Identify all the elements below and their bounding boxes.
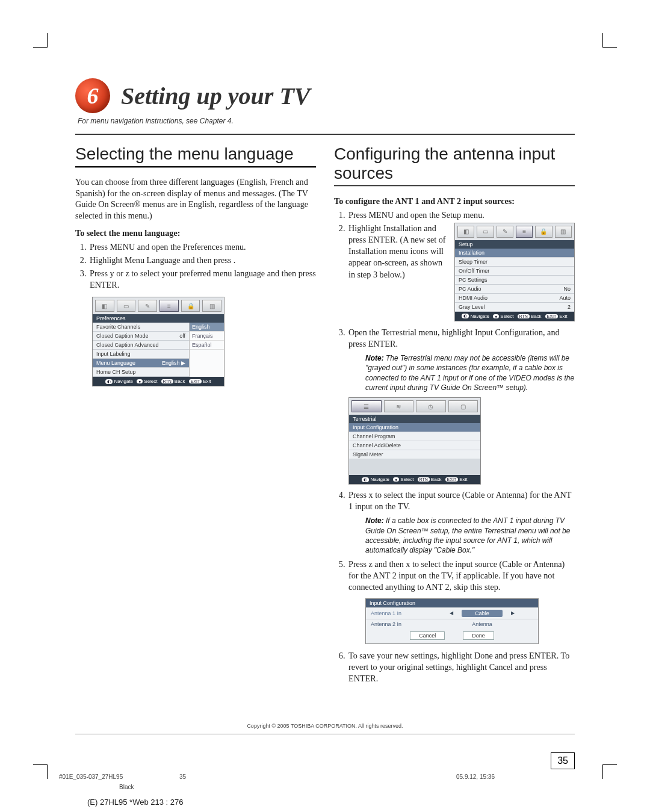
- osd-row-selected: Installation: [455, 249, 574, 258]
- tuning-icon: ≋: [384, 400, 414, 412]
- osd-preferences: ◧ ▭ ✎ ≡ 🔒 ▥ Preferences Favorite Channel…: [92, 297, 224, 386]
- osd-row: Closed Caption Modeoff: [93, 332, 189, 341]
- section-heading-left: Selecting the menu language: [75, 144, 316, 164]
- lock-icon: 🔒: [535, 226, 552, 238]
- osd-legend: ◐Navigate ●Select RTNBack EXITExit: [349, 475, 480, 484]
- osd-row: Favorite Channels: [93, 323, 189, 332]
- clock-icon: ◷: [416, 400, 446, 412]
- osd-row: Sleep Timer: [455, 258, 574, 267]
- osd-side-options: English Français Español: [189, 323, 224, 377]
- step: To save your new settings, highlight Don…: [347, 650, 575, 685]
- chapter-header: 6 Setting up your TV: [75, 78, 575, 113]
- step: Highlight Menu Language and then press .: [88, 255, 316, 266]
- prepress-footer: #01E_035-037_27HL95 35 05.9.12, 15:36: [59, 773, 589, 780]
- setup-icon: ≡: [159, 300, 179, 312]
- right-column: Configuring the antenna input sources To…: [334, 144, 575, 687]
- lock-icon: 🔒: [181, 300, 200, 312]
- osd-row: PC AudioNo: [455, 285, 574, 294]
- osd-title: Input Configuration: [366, 599, 538, 607]
- web-line: (E) 27HL95 *Web 213 : 276: [87, 798, 183, 807]
- prepress-file: #01E_035-037_27HL95: [59, 773, 179, 780]
- osd-setup: ◧ ▭ ✎ ≡ 🔒 ▥ Setup Installation Sleep Tim…: [454, 223, 575, 321]
- osd-row: PC Settings: [455, 276, 574, 285]
- osd-title: Preferences: [93, 314, 224, 323]
- osd-tab-icons: ◧ ▭ ✎ ≡ 🔒 ▥: [455, 223, 574, 240]
- note: Note: If a cable box is connected to the…: [365, 516, 575, 555]
- right-arrow-icon: ▶: [511, 610, 515, 616]
- osd-legend: ◐Navigate ●Select RTNBack EXITExit: [455, 312, 574, 321]
- prepress-page: 35: [179, 773, 456, 780]
- note-label: Note:: [365, 354, 384, 362]
- antenna-icon: 𝌆: [351, 400, 382, 412]
- step: ◧ ▭ ✎ ≡ 🔒 ▥ Setup Installation Sleep Tim…: [347, 223, 575, 325]
- osd-row: Channel Add/Delete: [349, 441, 480, 450]
- done-button: Done: [463, 631, 494, 640]
- osd-row: On/Off Timer: [455, 267, 574, 276]
- setup-icon: ≡: [516, 226, 533, 238]
- chapter-title: Setting up your TV: [121, 82, 311, 110]
- step: Press y or z to select your preferred me…: [88, 268, 316, 291]
- step: Press MENU and open the Preferences menu…: [88, 241, 316, 253]
- osd-row: Channel Program: [349, 432, 480, 441]
- osd-row-selected: Input Configuration: [349, 423, 480, 432]
- preferences-icon: ▥: [555, 226, 572, 238]
- osd-legend: ◐Navigate ●Select RTNBack EXITExit: [93, 377, 224, 386]
- page-content: 6 Setting up your TV For menu navigation…: [75, 78, 575, 734]
- system-icon: ▢: [448, 400, 478, 412]
- step: Press z and then x to select the input s…: [347, 559, 575, 644]
- osd-tab-icons: 𝌆 ≋ ◷ ▢: [349, 398, 480, 415]
- prepress-color: Black: [59, 784, 589, 790]
- procedure-title-right: To configure the ANT 1 and ANT 2 input s…: [334, 196, 575, 207]
- cancel-button: Cancel: [410, 631, 445, 640]
- osd-title: Setup: [455, 240, 574, 249]
- osd-option: English: [190, 323, 224, 332]
- osd-tab-icons: ◧ ▭ ✎ ≡ 🔒 ▥: [93, 297, 224, 314]
- sound-icon: ▭: [477, 226, 494, 238]
- chapter-number-badge: 6: [75, 78, 110, 113]
- copyright-footer: Copyright © 2005 TOSHIBA CORPORATION. Al…: [75, 723, 575, 729]
- osd-row-selected: Menu LanguageEnglish ▶: [93, 359, 189, 368]
- osd-terrestrial: 𝌆 ≋ ◷ ▢ Terrestrial Input Configuration …: [348, 397, 481, 485]
- chapter-subtitle: For menu navigation instructions, see Ch…: [78, 117, 575, 125]
- preferences-icon: ▥: [202, 300, 221, 312]
- osd-row: Input Labeling: [93, 350, 189, 359]
- chapter-divider: [75, 134, 575, 135]
- left-arrow-icon: ◀: [450, 610, 453, 616]
- sound-icon: ▭: [117, 300, 136, 312]
- input-row: Antenna 2 In Antenna: [366, 619, 538, 629]
- prepress-date: 05.9.12, 15:36: [456, 773, 589, 780]
- osd-row: Signal Meter: [349, 450, 480, 459]
- picture-icon: ◧: [95, 300, 114, 312]
- osd-input-configuration: Input Configuration Antenna 1 In ◀ Cable…: [365, 598, 539, 644]
- left-column: Selecting the menu language You can choo…: [75, 144, 316, 687]
- applications-icon: ✎: [138, 300, 157, 312]
- applications-icon: ✎: [497, 226, 513, 238]
- osd-option: Français: [190, 332, 224, 341]
- steps-left: Press MENU and open the Preferences menu…: [75, 241, 316, 291]
- osd-terr-list: Input Configuration Channel Program Chan…: [349, 423, 480, 459]
- step-text: Highlight Installation and press ENTER. …: [348, 223, 446, 279]
- note-label: Note:: [365, 516, 384, 525]
- osd-title: Terrestrial: [349, 415, 480, 423]
- step: Open the Terrestrial menu, highlight Inp…: [347, 327, 575, 485]
- intro-paragraph: You can choose from three different lang…: [75, 176, 316, 222]
- osd-row: Closed Caption Advanced: [93, 341, 189, 350]
- note: Note: The Terrestrial menu may not be ac…: [365, 353, 575, 392]
- procedure-title-left: To select the menu language:: [75, 228, 316, 239]
- section-heading-right: Configuring the antenna input sources: [334, 144, 575, 183]
- osd-row: HDMI AudioAuto: [455, 294, 574, 303]
- osd-option: Español: [190, 341, 224, 350]
- page-number: 35: [551, 752, 575, 769]
- steps-right: Press MENU and open the Setup menu. ◧ ▭ …: [334, 209, 575, 684]
- step: Press x to select the input source (Cabl…: [347, 489, 575, 555]
- osd-row: Gray Level2: [455, 303, 574, 312]
- osd-row: Home CH Setup: [93, 368, 189, 377]
- osd-pref-list: Favorite Channels Closed Caption Modeoff…: [93, 323, 189, 377]
- step: Press MENU and open the Setup menu.: [347, 209, 575, 221]
- osd-setup-list: Installation Sleep Timer On/Off Timer PC…: [455, 249, 574, 312]
- picture-icon: ◧: [457, 226, 474, 238]
- input-row-selected: Antenna 1 In ◀ Cable ▶: [366, 607, 538, 619]
